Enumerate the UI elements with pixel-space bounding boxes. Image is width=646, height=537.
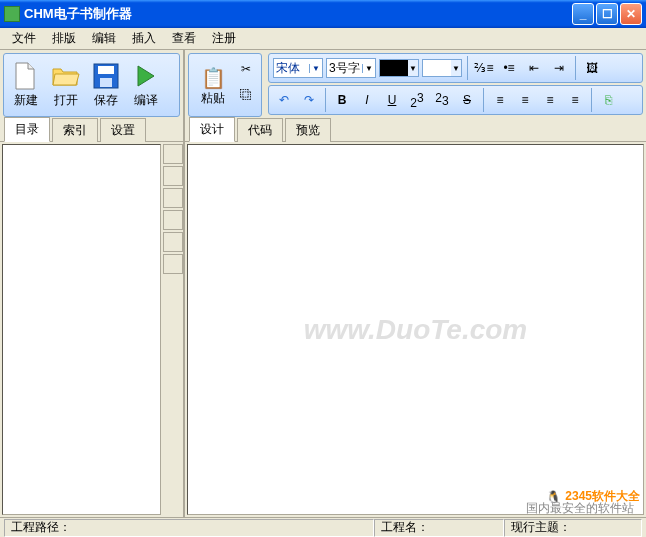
indent-icon: ⇥: [554, 61, 564, 75]
separator: [575, 56, 576, 80]
new-label: 新建: [14, 92, 38, 109]
format-toolbar-row1: 宋体▼ 3号字▼ ▼ ▼ ⅔≡ •≡ ⇤ ⇥ 🖼: [268, 53, 643, 83]
align-center-button[interactable]: ≡: [514, 89, 536, 111]
floppy-disk-icon: [92, 62, 120, 90]
compile-button[interactable]: 编译: [127, 58, 165, 112]
font-size-combo[interactable]: 3号字▼: [326, 58, 376, 78]
status-project-name: 工程名：: [374, 519, 504, 537]
forecolor-swatch: [380, 60, 408, 76]
side-btn-1[interactable]: [163, 144, 183, 164]
window-title: CHM电子书制作器: [24, 5, 570, 23]
insert-link-button[interactable]: ⎘: [597, 89, 619, 111]
menu-view[interactable]: 查看: [164, 28, 204, 49]
menu-file[interactable]: 文件: [4, 28, 44, 49]
italic-icon: I: [365, 93, 368, 107]
status-project-path: 工程路径：: [4, 519, 374, 537]
status-bar: 工程路径： 工程名： 现行主题：: [0, 517, 646, 537]
underline-button[interactable]: U: [381, 89, 403, 111]
superscript-button[interactable]: 23: [406, 89, 428, 111]
chevron-down-icon: ▼: [362, 64, 373, 73]
menu-layout[interactable]: 排版: [44, 28, 84, 49]
font-family-combo[interactable]: 宋体▼: [273, 58, 323, 78]
paste-toolbar: 📋 粘贴 ✂ ⿻: [188, 53, 262, 117]
bold-icon: B: [338, 93, 347, 107]
superscript-icon: 23: [410, 91, 423, 110]
maximize-button[interactable]: ☐: [596, 3, 618, 25]
strikethrough-icon: S: [463, 93, 471, 107]
chevron-down-icon: ▼: [309, 64, 320, 73]
undo-button[interactable]: ↶: [273, 89, 295, 111]
forecolor-picker[interactable]: ▼: [379, 59, 419, 77]
outdent-icon: ⇤: [529, 61, 539, 75]
font-size-value: 3号字: [329, 60, 360, 77]
subscript-button[interactable]: 23: [431, 89, 453, 111]
left-toolbar: 新建 打开 保存 编译: [3, 53, 180, 117]
backcolor-swatch: [423, 60, 451, 76]
tab-design[interactable]: 设计: [189, 117, 235, 142]
side-btn-4[interactable]: [163, 210, 183, 230]
clipboard-icon: 📋: [201, 66, 226, 90]
separator: [467, 56, 468, 80]
font-family-value: 宋体: [276, 60, 300, 77]
italic-button[interactable]: I: [356, 89, 378, 111]
svg-rect-2: [100, 78, 112, 87]
left-pane: 新建 打开 保存 编译 目录 索引 设置: [0, 50, 185, 517]
left-content: [0, 142, 183, 517]
align-right-button[interactable]: ≡: [539, 89, 561, 111]
copy-button[interactable]: ⿻: [235, 84, 257, 106]
ordered-list-icon: ⅔≡: [474, 61, 493, 75]
side-btn-6[interactable]: [163, 254, 183, 274]
menu-edit[interactable]: 编辑: [84, 28, 124, 49]
title-bar: CHM电子书制作器 _ ☐ ✕: [0, 0, 646, 28]
folder-open-icon: [52, 62, 80, 90]
open-button[interactable]: 打开: [47, 58, 85, 112]
save-label: 保存: [94, 92, 118, 109]
redo-button[interactable]: ↷: [298, 89, 320, 111]
insert-image-button[interactable]: 🖼: [581, 57, 603, 79]
menu-insert[interactable]: 插入: [124, 28, 164, 49]
main-area: 新建 打开 保存 编译 目录 索引 设置: [0, 50, 646, 517]
bullet-list-button[interactable]: •≡: [498, 57, 520, 79]
copy-icon: ⿻: [240, 88, 252, 102]
redo-icon: ↷: [304, 93, 314, 107]
menu-register[interactable]: 注册: [204, 28, 244, 49]
separator: [325, 88, 326, 112]
tab-preview[interactable]: 预览: [285, 118, 331, 142]
align-justify-button[interactable]: ≡: [564, 89, 586, 111]
side-btn-5[interactable]: [163, 232, 183, 252]
app-icon: [4, 6, 20, 22]
tab-toc[interactable]: 目录: [4, 117, 50, 142]
underline-icon: U: [388, 93, 397, 107]
format-toolbar-row2: ↶ ↷ B I U 23 23 S ≡ ≡ ≡ ≡ ⎘: [268, 85, 643, 115]
unordered-list-icon: •≡: [503, 61, 514, 75]
menu-bar: 文件 排版 编辑 插入 查看 注册: [0, 28, 646, 50]
undo-icon: ↶: [279, 93, 289, 107]
close-button[interactable]: ✕: [620, 3, 642, 25]
indent-button[interactable]: ⇥: [548, 57, 570, 79]
strikethrough-button[interactable]: S: [456, 89, 478, 111]
side-btn-2[interactable]: [163, 166, 183, 186]
tab-code[interactable]: 代码: [237, 118, 283, 142]
paste-button[interactable]: 📋 粘贴: [193, 58, 233, 114]
tab-settings[interactable]: 设置: [100, 118, 146, 142]
bold-button[interactable]: B: [331, 89, 353, 111]
save-button[interactable]: 保存: [87, 58, 125, 112]
cut-button[interactable]: ✂: [235, 58, 257, 80]
right-tabs: 设计 代码 预览: [185, 120, 646, 142]
backcolor-picker[interactable]: ▼: [422, 59, 462, 77]
numbered-list-button[interactable]: ⅔≡: [473, 57, 495, 79]
overlay-tagline: 国内最安全的软件站: [526, 500, 634, 517]
side-btn-3[interactable]: [163, 188, 183, 208]
minimize-button[interactable]: _: [572, 3, 594, 25]
new-button[interactable]: 新建: [7, 58, 45, 112]
align-left-button[interactable]: ≡: [489, 89, 511, 111]
editor-area[interactable]: www.DuoTe.com: [187, 144, 644, 515]
watermark-text: www.DuoTe.com: [304, 314, 528, 346]
chevron-down-icon: ▼: [408, 60, 418, 76]
align-center-icon: ≡: [521, 93, 528, 107]
outdent-button[interactable]: ⇤: [523, 57, 545, 79]
tab-index[interactable]: 索引: [52, 118, 98, 142]
align-right-icon: ≡: [546, 93, 553, 107]
status-current-topic: 现行主题：: [504, 519, 642, 537]
toc-tree[interactable]: [2, 144, 161, 515]
